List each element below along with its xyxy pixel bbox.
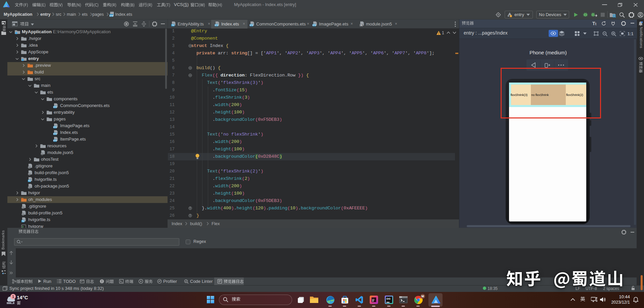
svg-text:IJ: IJ xyxy=(372,298,374,301)
svg-text:TS: TS xyxy=(22,220,25,222)
svg-text:TS: TS xyxy=(172,24,174,26)
svg-text:ETS: ETS xyxy=(109,15,113,17)
svg-text:TS: TS xyxy=(28,180,31,182)
svg-text:ETS: ETS xyxy=(53,126,57,128)
svg-text:DG: DG xyxy=(386,297,390,300)
svg-text:ETS: ETS xyxy=(313,24,316,26)
svg-text:5: 5 xyxy=(361,24,362,26)
svg-text:ETS: ETS xyxy=(53,133,57,135)
svg-text:ETS: ETS xyxy=(53,140,57,142)
svg-text:ETS: ETS xyxy=(250,24,254,26)
svg-text:ETS: ETS xyxy=(215,24,219,26)
svg-text:ETS: ETS xyxy=(53,106,57,108)
